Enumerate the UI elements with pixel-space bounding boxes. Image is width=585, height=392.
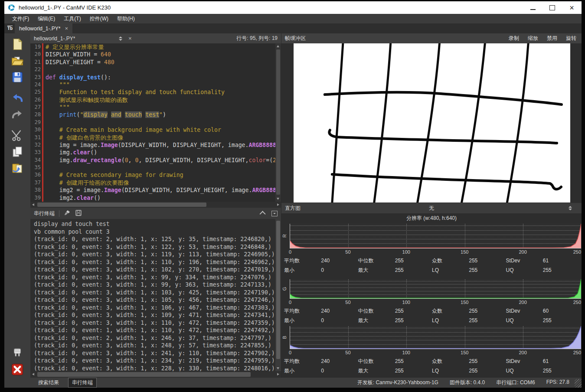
code-editor[interactable]: 19# 定义显示分辨率常量20DISPLAY_WIDTH = 64021DISP… [30, 43, 281, 202]
terminal-vertical-scrollbar[interactable] [275, 219, 281, 371]
document-tab[interactable]: helloworld_1-.PY* × [15, 23, 72, 33]
scrollbar-thumb[interactable] [37, 203, 206, 207]
scroll-down-icon[interactable] [277, 367, 279, 369]
framebuffer-buttons: 录制缩放禁用旋转 [509, 35, 578, 42]
redo-button[interactable] [9, 106, 26, 123]
scroll-up-icon[interactable] [277, 45, 279, 47]
tick-label: 50 [345, 249, 350, 255]
scroll-right-icon[interactable] [277, 373, 279, 376]
line-number: 31 [30, 134, 41, 141]
save-file-button[interactable] [9, 69, 26, 85]
code-line[interactable]: 39 img2.clear() [30, 194, 281, 202]
stat-value: 255 [395, 256, 432, 266]
new-file-button[interactable] [9, 36, 26, 52]
code-line[interactable]: 22 [30, 66, 281, 73]
scroll-left-icon[interactable] [32, 203, 34, 206]
zoom-button[interactable]: 缩放 [528, 35, 538, 42]
code-line[interactable]: 21DISPLAY_HEIGHT = 480 [30, 59, 281, 66]
terminal-line: (track_id: 0, event: 3, width: 1, x: 105… [34, 296, 281, 304]
tab-serial-terminal[interactable]: 串行终端 [69, 378, 96, 387]
code-line[interactable]: 30 # Create main background image with w… [30, 126, 281, 134]
line-number: 29 [30, 119, 41, 126]
code-line[interactable]: 23def display_test(): [30, 74, 281, 81]
tick-label: 250 [573, 249, 581, 255]
stat-label: 最大 [358, 316, 395, 326]
popout-panel-icon[interactable] [271, 211, 278, 216]
minimize-button[interactable] [523, 1, 543, 14]
code-line[interactable]: 34 img.draw_rectangle(0, 0, DISPLAY_WIDT… [30, 157, 281, 164]
code-line[interactable]: 29 [30, 119, 281, 126]
save-log-button[interactable] [75, 209, 82, 218]
editor-vertical-scrollbar[interactable] [275, 43, 281, 202]
code-text: """ [43, 104, 70, 111]
code-line[interactable]: 19# 定义显示分辨率常量 [30, 43, 281, 51]
undo-icon [11, 91, 24, 105]
code-line[interactable]: 27 """ [30, 104, 281, 111]
scroll-right-icon[interactable] [277, 203, 279, 206]
undo-button[interactable] [9, 90, 26, 106]
rotate-button[interactable]: 旋转 [566, 35, 576, 42]
code-line[interactable]: 33 img.clear() [30, 149, 281, 156]
stat-label: StDev [506, 307, 543, 316]
resize-grip[interactable] [575, 379, 582, 388]
terminal-horizontal-scrollbar[interactable] [30, 371, 281, 378]
terminal-line: (track_id: 0, event: 3, width: 1, x: 110… [34, 258, 281, 266]
line-number: 24 [30, 81, 41, 88]
histogram-mode-select[interactable]: 无 [281, 205, 582, 212]
scrollbar-thumb[interactable] [37, 372, 251, 377]
scrollbar-thumb[interactable] [276, 221, 280, 359]
code-line[interactable]: 38 img2 = image.Image(DISPLAY_WIDTH, DIS… [30, 186, 281, 194]
stat-value: 255 [395, 357, 432, 366]
tab-close-icon[interactable]: × [65, 25, 68, 32]
stop-button[interactable] [9, 361, 26, 378]
code-line[interactable]: 37 # 创建用于绘画的次要图像 [30, 179, 281, 186]
copy-button[interactable] [9, 144, 26, 160]
paste-button[interactable] [9, 160, 26, 176]
line-number: 35 [30, 164, 41, 171]
document-switch-icon[interactable] [119, 36, 122, 41]
code-line[interactable]: 25 Function to test display and touch fu… [30, 88, 281, 96]
code-line[interactable]: 32 img = image.Image(DISPLAY_WIDTH, DISP… [30, 141, 281, 149]
open-file-button[interactable] [9, 52, 26, 69]
code-text [43, 164, 46, 171]
menu-file[interactable]: 文件(F) [8, 14, 33, 24]
connect-button[interactable] [9, 345, 26, 361]
code-line[interactable]: 26 测试显示和触摸功能的函数 [30, 96, 281, 104]
scroll-left-icon[interactable] [32, 373, 34, 376]
histogram-collapse-icon[interactable] [569, 206, 572, 210]
clear-terminal-button[interactable] [64, 209, 71, 218]
editor-column: helloworld_1-.PY* × 行号: 95, 列号: 19 19# 定… [30, 33, 281, 378]
menu-tools[interactable]: 工具(T) [59, 14, 85, 24]
editor-tab-close-icon[interactable]: × [128, 35, 132, 42]
disable-button[interactable]: 禁用 [547, 35, 557, 42]
histogram-title: 直方图 [285, 205, 301, 212]
status-firmware: 固件版本: 0.4.0 [450, 379, 485, 386]
code-line[interactable]: 31 # 创建白色背景的主图像 [30, 134, 281, 141]
serial-terminal-output[interactable]: display and touch testvb common pool cou… [30, 219, 281, 371]
terminal-header: 串行终端 [30, 208, 281, 219]
stat-label: 众数 [432, 357, 469, 366]
menu-edit[interactable]: 编辑(E) [33, 14, 59, 24]
code-line[interactable]: 28 print("display and touch test") [30, 111, 281, 118]
stat-value: 255 [543, 316, 580, 326]
code-line[interactable]: 24 """ [30, 81, 281, 88]
terminal-line: (track_id: 0, event: 3, width: 1, x: 228… [34, 365, 281, 372]
cut-button[interactable] [9, 127, 26, 144]
maximize-button[interactable] [543, 1, 562, 14]
scroll-down-icon[interactable] [277, 198, 279, 200]
menu-help[interactable]: 帮助(H) [113, 14, 139, 24]
code-line[interactable]: 35 [30, 164, 281, 171]
scrollbar-thumb[interactable] [276, 49, 280, 195]
app-window: helloworld_1-.PY - CanMV IDE K230 × 文件(F… [4, 1, 582, 388]
framebuffer-preview[interactable] [294, 43, 570, 203]
code-line[interactable]: 20DISPLAY_WIDTH = 640 [30, 51, 281, 58]
editor-horizontal-scrollbar[interactable] [30, 202, 281, 208]
tab-search-results[interactable]: 搜索结果 [35, 378, 62, 387]
code-line[interactable]: 36 # Create secondary image for drawing [30, 171, 281, 179]
collapse-terminal-icon[interactable] [260, 211, 266, 217]
close-button[interactable]: × [562, 1, 582, 14]
record-button[interactable]: 录制 [509, 35, 519, 42]
editor-tab-label[interactable]: helloworld_1-.PY* [34, 36, 119, 42]
menu-controls[interactable]: 控件(W) [85, 14, 113, 24]
code-text [43, 119, 46, 126]
